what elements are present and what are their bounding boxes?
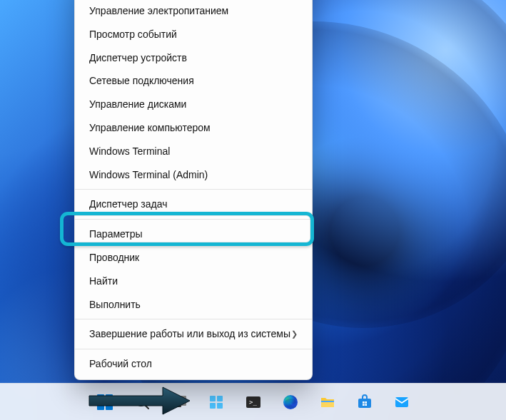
svg-rect-4 (210, 396, 216, 401)
menu-item-label: Диспетчер задач (89, 198, 168, 210)
menu-item-label: Диспетчер устройств (89, 52, 187, 64)
svg-rect-16 (363, 404, 365, 406)
svg-rect-7 (217, 403, 223, 409)
menu-item-label: Проводник (89, 252, 139, 264)
menu-separator (75, 219, 312, 220)
menu-item-label: Рабочий стол (89, 358, 152, 370)
folder-icon (319, 394, 336, 411)
menu-item-event-viewer[interactable]: Просмотр событий (75, 23, 312, 46)
start-button[interactable] (90, 387, 120, 417)
menu-item-device-manager[interactable]: Диспетчер устройств (75, 46, 312, 70)
svg-line-1 (144, 404, 148, 409)
menu-item-file-explorer[interactable]: Проводник (75, 246, 312, 270)
menu-item-label: Параметры (89, 228, 143, 240)
svg-rect-12 (321, 401, 334, 402)
svg-rect-14 (363, 401, 365, 404)
menu-item-disk-management[interactable]: Управление дисками (75, 93, 312, 116)
winx-context-menu: Приложения и возможности Управление элек… (74, 0, 313, 380)
menu-separator (75, 349, 312, 349)
svg-rect-17 (365, 404, 367, 406)
menu-item-search[interactable]: Найти (75, 270, 312, 293)
menu-item-power-options[interactable]: Управление электропитанием (75, 0, 312, 23)
search-icon (133, 394, 151, 411)
menu-item-label: Просмотр событий (89, 29, 177, 41)
menu-item-label: Выполнить (89, 299, 141, 311)
menu-item-network-connections[interactable]: Сетевые подключения (75, 69, 312, 93)
menu-item-run[interactable]: Выполнить (75, 293, 312, 317)
task-view-icon (171, 394, 188, 411)
svg-rect-18 (395, 397, 408, 407)
edge-button[interactable] (275, 387, 305, 417)
svg-rect-13 (358, 399, 371, 408)
menu-item-desktop[interactable]: Рабочий стол (75, 352, 312, 376)
menu-item-label: Сетевые подключения (89, 75, 194, 87)
menu-item-label: Управление компьютером (89, 122, 211, 134)
menu-separator (75, 189, 312, 190)
widgets-icon (208, 394, 225, 411)
mail-icon (393, 394, 410, 411)
svg-text:>_: >_ (249, 399, 257, 406)
terminal-icon: >_ (245, 394, 262, 411)
svg-rect-6 (210, 403, 216, 409)
menu-item-label: Windows Terminal (Admin) (89, 169, 208, 181)
search-button[interactable] (127, 387, 157, 417)
windows-logo-icon (97, 394, 113, 410)
menu-item-label: Windows Terminal (89, 145, 170, 158)
menu-item-shutdown-or-signout[interactable]: Завершение работы или выход из системы ❯ (75, 322, 312, 346)
menu-item-label: Управление дисками (89, 98, 186, 111)
menu-item-label: Управление электропитанием (89, 5, 228, 17)
mail-button[interactable] (387, 387, 417, 417)
file-explorer-button[interactable] (313, 387, 343, 417)
menu-item-label: Завершение работы или выход из системы (89, 328, 290, 340)
widgets-button[interactable] (201, 387, 231, 417)
menu-item-task-manager[interactable]: Диспетчер задач (75, 193, 312, 216)
menu-item-windows-terminal-admin[interactable]: Windows Terminal (Admin) (75, 163, 312, 187)
menu-item-computer-management[interactable]: Управление компьютером (75, 116, 312, 140)
microsoft-store-button[interactable] (350, 387, 380, 417)
edge-icon (282, 394, 299, 411)
menu-item-windows-terminal[interactable]: Windows Terminal (75, 140, 312, 163)
terminal-button[interactable]: >_ (238, 387, 268, 417)
menu-separator (75, 319, 312, 319)
menu-item-label: Найти (89, 275, 118, 287)
svg-rect-5 (217, 396, 223, 401)
svg-rect-3 (180, 396, 186, 406)
taskbar: >_ (0, 383, 506, 420)
svg-rect-15 (365, 401, 367, 404)
menu-item-settings[interactable]: Параметры (75, 222, 312, 246)
store-icon (356, 394, 373, 411)
chevron-right-icon: ❯ (291, 329, 298, 339)
task-view-button[interactable] (164, 387, 194, 417)
